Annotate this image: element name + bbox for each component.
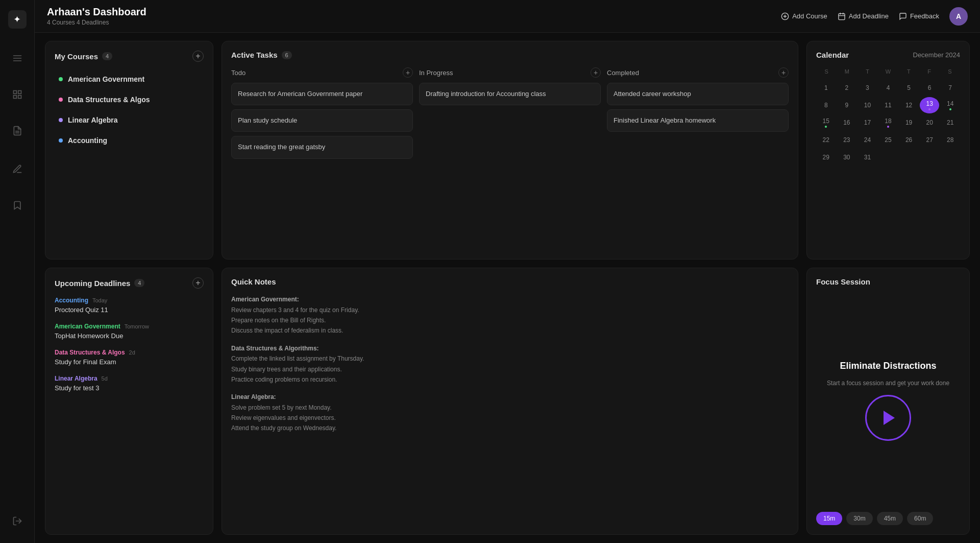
calendar-day-1[interactable]: 1 — [816, 80, 836, 96]
sidebar-icon-pen[interactable] — [8, 160, 27, 181]
add-deadline-card-button[interactable]: + — [192, 277, 204, 289]
focus-time-button-15m[interactable]: 15m — [816, 512, 842, 525]
course-dot-american-government — [59, 77, 63, 81]
sidebar-icon-tasks[interactable] — [8, 85, 27, 106]
calendar-day-15[interactable]: 15 — [816, 114, 836, 131]
calendar-day-20[interactable]: 20 — [920, 114, 940, 131]
main-content: Arhaan's Dashboard 4 Courses 4 Deadlines… — [35, 0, 980, 543]
header-actions: Add Course Add Deadline Feedback A — [781, 7, 968, 26]
deadline-item[interactable]: Data Structures & Algos 2d Study for Fin… — [55, 349, 204, 366]
calendar-month: December 2024 — [913, 51, 961, 59]
dashboard-grid: My Courses 4 + American Government Data … — [35, 33, 980, 543]
calendar-day-12[interactable]: 12 — [899, 97, 919, 113]
calendar-card: Calendar December 2024 S M T W T F S 123… — [806, 41, 970, 259]
calendar-day-11[interactable]: 11 — [878, 97, 898, 113]
deadline-task-name: Study for Final Exam — [55, 358, 204, 366]
deadline-course-name: Accounting — [55, 297, 88, 304]
deadline-course-name: American Government — [55, 323, 120, 330]
focus-content: Eliminate Distractions Start a focus ses… — [827, 294, 949, 507]
avatar[interactable]: A — [949, 7, 968, 26]
calendar-day-17[interactable]: 17 — [857, 114, 877, 131]
focus-time-button-45m[interactable]: 45m — [877, 512, 903, 525]
calendar-day-26[interactable]: 26 — [899, 132, 919, 148]
calendar-day-4[interactable]: 4 — [878, 80, 898, 96]
calendar-day-3[interactable]: 3 — [857, 80, 877, 96]
kanban-task[interactable]: Finished Linear Algebra homework — [607, 109, 789, 132]
deadline-item[interactable]: Linear Algebra 5d Study for test 3 — [55, 375, 204, 392]
calendar-day-25[interactable]: 25 — [878, 132, 898, 148]
notes-line: Practice coding problems on recursion. — [231, 374, 789, 385]
add-course-button[interactable]: Add Course — [781, 12, 827, 20]
kanban-todo-add-button[interactable]: + — [403, 67, 413, 78]
kanban-completed-add-button[interactable]: + — [778, 67, 789, 78]
calendar-day-23[interactable]: 23 — [837, 132, 857, 148]
sidebar-logo[interactable]: ✦ — [8, 10, 27, 29]
course-item-accounting[interactable]: Accounting — [55, 131, 204, 150]
course-item-american-government[interactable]: American Government — [55, 70, 204, 88]
add-deadline-button[interactable]: Add Deadline — [838, 12, 889, 20]
kanban-inprogress-add-button[interactable]: + — [591, 67, 601, 78]
notes-line: Review chapters 3 and 4 for the quiz on … — [231, 305, 789, 315]
deadline-course-row: Accounting Today — [55, 297, 204, 304]
course-item-linear-algebra[interactable]: Linear Algebra — [55, 111, 204, 129]
sidebar-icon-bookmarks[interactable] — [8, 196, 27, 217]
focus-time-button-30m[interactable]: 30m — [846, 512, 872, 525]
tasks-count: 6 — [282, 51, 292, 59]
calendar-day-30[interactable]: 30 — [837, 149, 857, 166]
focus-play-button[interactable] — [865, 395, 911, 441]
calendar-day-7[interactable]: 7 — [940, 80, 960, 96]
kanban-task[interactable]: Drafting introduction for Accounting cla… — [419, 83, 601, 105]
notes-section-heading: Linear Algebra: — [231, 392, 789, 402]
deadline-item[interactable]: American Government Tomorrow TopHat Home… — [55, 323, 204, 340]
calendar-day-5[interactable]: 5 — [899, 80, 919, 96]
calendar-day-13[interactable]: 13 — [920, 97, 940, 113]
sidebar-icon-notes[interactable] — [8, 122, 27, 143]
calendar-day-29[interactable]: 29 — [816, 149, 836, 166]
calendar-day-14[interactable]: 14 — [940, 97, 960, 113]
calendar-day-27[interactable]: 27 — [920, 132, 940, 148]
kanban-task[interactable]: Start reading the great gatsby — [231, 136, 413, 158]
dashboard-subtitle: 4 Courses 4 Deadlines — [47, 19, 146, 26]
deadline-item[interactable]: Accounting Today Proctored Quiz 11 — [55, 297, 204, 314]
calendar-day-9[interactable]: 9 — [837, 97, 857, 113]
kanban-task[interactable]: Attended career workshop — [607, 83, 789, 105]
quick-notes-title: Quick Notes — [231, 277, 276, 286]
calendar-day-8[interactable]: 8 — [816, 97, 836, 113]
notes-line: Discuss the impact of federalism in clas… — [231, 325, 789, 336]
calendar-day-6[interactable]: 6 — [920, 80, 940, 96]
kanban-task[interactable]: Research for American Government paper — [231, 83, 413, 105]
notes-line: Review eigenvalues and eigenvectors. — [231, 413, 789, 423]
deadline-task-name: Proctored Quiz 11 — [55, 306, 204, 314]
focus-time-button-60m[interactable]: 60m — [907, 512, 933, 525]
feedback-button[interactable]: Feedback — [899, 12, 939, 20]
calendar-day-2[interactable]: 2 — [837, 80, 857, 96]
calendar-day-16[interactable]: 16 — [837, 114, 857, 131]
focus-session-card: Focus Session Eliminate Distractions Sta… — [806, 268, 970, 535]
sidebar-icon-menu[interactable] — [8, 49, 27, 70]
calendar-day-19[interactable]: 19 — [899, 114, 919, 131]
calendar-day-28[interactable]: 28 — [940, 132, 960, 148]
courses-list: American Government Data Structures & Al… — [55, 70, 204, 150]
sidebar-icon-logout[interactable] — [8, 512, 27, 533]
calendar-grid: S M T W T F S 12345678910111213141516171… — [816, 66, 960, 166]
calendar-day-18[interactable]: 18 — [878, 114, 898, 131]
calendar-days: 1234567891011121314151617181920212223242… — [816, 80, 960, 166]
calendar-day-22[interactable]: 22 — [816, 132, 836, 148]
course-name-accounting: Accounting — [68, 136, 107, 145]
calendar-title: Calendar — [816, 51, 849, 59]
calendar-day-10[interactable]: 10 — [857, 97, 877, 113]
focus-session-header: Focus Session — [816, 277, 960, 286]
cal-day-name-t2: T — [898, 66, 919, 77]
tasks-card-header: Active Tasks 6 — [231, 51, 789, 59]
deadline-when: 5d — [102, 375, 108, 382]
play-icon — [884, 411, 895, 425]
add-course-card-button[interactable]: + — [192, 51, 204, 62]
calendar-day-21[interactable]: 21 — [940, 114, 960, 131]
header: Arhaan's Dashboard 4 Courses 4 Deadlines… — [35, 0, 980, 33]
notes-line: Complete the linked list assignment by T… — [231, 353, 789, 364]
calendar-day-24[interactable]: 24 — [857, 132, 877, 148]
course-item-data-structures[interactable]: Data Structures & Algos — [55, 90, 204, 109]
calendar-day-31[interactable]: 31 — [857, 149, 877, 166]
kanban-task[interactable]: Plan study schedule — [231, 109, 413, 132]
calendar-days-header: S M T W T F S — [816, 66, 960, 77]
